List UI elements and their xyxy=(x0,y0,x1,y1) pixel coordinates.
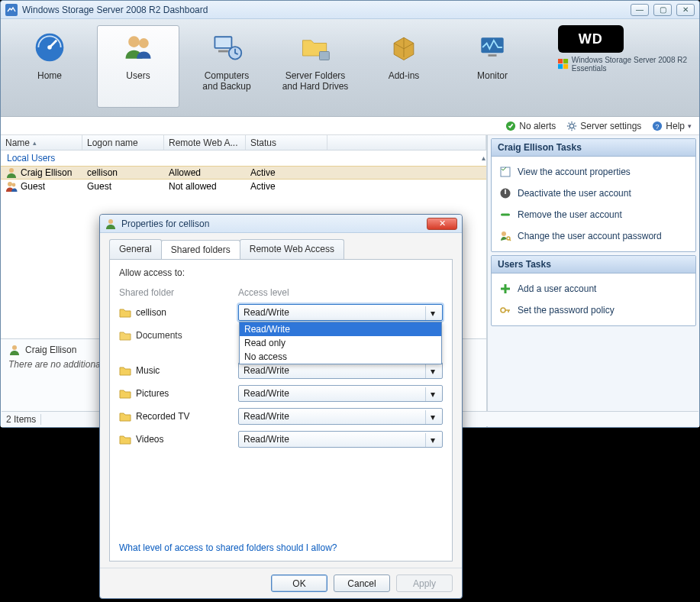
alerts-label: No alerts xyxy=(519,121,556,131)
help-icon: ? xyxy=(652,121,663,131)
combo-value: Read/Write xyxy=(244,388,289,399)
access-combo[interactable]: Read/Write ▾ xyxy=(238,362,443,379)
gear-icon xyxy=(566,121,577,131)
ribbon-users[interactable]: Users xyxy=(97,25,179,108)
users-tasks-panel: Users Tasks Add a user account Set the p… xyxy=(491,255,696,326)
folder-icon xyxy=(119,307,131,318)
access-combo[interactable]: Read/Write ▾ xyxy=(238,385,443,402)
task-add-user[interactable]: Add a user account xyxy=(495,278,692,299)
check-circle-icon xyxy=(505,121,516,131)
combo-value: Read/Write xyxy=(244,411,289,422)
shared-folders-page: Allow access to: Shared folder Access le… xyxy=(109,259,453,562)
dropdown-option[interactable]: Read only xyxy=(240,336,441,350)
access-combo[interactable]: Read/Write ▾ xyxy=(238,408,443,425)
chevron-down-icon: ▾ xyxy=(688,122,692,130)
cell-logon: Guest xyxy=(87,181,111,192)
cell-name: Craig Ellison xyxy=(21,167,72,178)
help-link[interactable]: ? Help ▾ xyxy=(652,121,692,131)
svg-text:?: ? xyxy=(656,122,660,130)
ribbon-computers[interactable]: Computers and Backup xyxy=(185,25,268,108)
dropdown-option[interactable]: No access xyxy=(240,350,441,364)
maximize-button[interactable]: ▢ xyxy=(653,4,672,16)
combo-value: Read/Write xyxy=(244,434,289,445)
folder-name: Documents xyxy=(136,330,182,341)
col-status[interactable]: Status xyxy=(246,135,327,150)
ribbon-label: Users xyxy=(126,70,150,81)
cell-rwa: Allowed xyxy=(169,167,201,178)
ribbon-home[interactable]: Home xyxy=(8,25,91,108)
titlebar: Windows Storage Server 2008 R2 Dashboard… xyxy=(1,1,699,19)
tab-general[interactable]: General xyxy=(109,239,162,259)
svg-point-28 xyxy=(502,231,506,236)
dropdown-option[interactable]: Read/Write xyxy=(240,322,441,336)
task-password-policy[interactable]: Set the password policy xyxy=(495,299,692,321)
svg-rect-31 xyxy=(501,288,510,290)
ribbon-addins[interactable]: Add-ins xyxy=(363,25,445,108)
user-row[interactable]: Craig Ellison cellison Allowed Active xyxy=(1,166,486,180)
svg-rect-12 xyxy=(558,59,563,63)
svg-rect-9 xyxy=(320,52,330,60)
svg-point-32 xyxy=(501,308,505,312)
col-logon[interactable]: Logon name xyxy=(82,135,164,150)
deactivate-icon xyxy=(499,187,511,199)
tab-shared-folders[interactable]: Shared folders xyxy=(161,240,240,260)
cell-status: Active xyxy=(250,167,276,178)
task-label: Add a user account xyxy=(518,283,596,294)
folder-name: Music xyxy=(136,365,160,376)
col-spacer xyxy=(327,135,486,150)
svg-point-23 xyxy=(12,345,17,350)
computer-backup-icon xyxy=(208,29,245,66)
ok-button[interactable]: OK xyxy=(271,574,327,592)
chevron-down-icon: ▾ xyxy=(425,433,439,447)
svg-rect-24 xyxy=(501,167,510,176)
close-button[interactable]: ✕ xyxy=(676,4,695,16)
user-row[interactable]: Guest Guest Not allowed Active xyxy=(1,180,486,193)
group-local-users[interactable]: Local Users xyxy=(1,150,486,166)
help-label: Help xyxy=(666,121,685,131)
svg-point-2 xyxy=(47,45,52,50)
folder-icon xyxy=(119,388,131,399)
wd-logo: WD xyxy=(558,25,624,53)
folder-name: Pictures xyxy=(136,388,169,399)
ribbon-folders[interactable]: Server Folders and Hard Drives xyxy=(274,25,356,108)
window-title: Windows Storage Server 2008 R2 Dashboard xyxy=(22,5,208,15)
chevron-down-icon: ▾ xyxy=(425,410,439,424)
chevron-down-icon: ▾ xyxy=(425,387,439,401)
task-deactivate[interactable]: Deactivate the user account xyxy=(495,183,692,204)
ribbon: Home Users Computers and Backup Server F… xyxy=(1,19,699,117)
svg-point-22 xyxy=(12,183,16,187)
users-tasks-title: Users Tasks xyxy=(492,256,695,273)
task-remove[interactable]: Remove the user account xyxy=(495,204,692,225)
ribbon-monitor[interactable]: Monitor xyxy=(451,25,534,108)
svg-rect-15 xyxy=(563,64,568,69)
task-view-properties[interactable]: View the account properties xyxy=(495,161,692,183)
scroll-up-icon[interactable]: ▴ xyxy=(482,154,485,162)
brand-area: WD Windows Storage Server 2008 R2 Essent… xyxy=(558,25,687,73)
dialog-close-button[interactable]: ✕ xyxy=(427,218,457,230)
folder-icon xyxy=(119,330,131,341)
dialog-buttons: OK Cancel Apply xyxy=(100,568,462,598)
tab-remote-web[interactable]: Remote Web Access xyxy=(240,239,344,259)
server-settings-link[interactable]: Server settings xyxy=(566,121,641,131)
access-combo[interactable]: Read/Write ▾ xyxy=(238,431,443,448)
task-change-password[interactable]: Change the user account password xyxy=(495,225,692,247)
status-strip: No alerts Server settings ? Help ▾ xyxy=(1,117,699,135)
svg-rect-6 xyxy=(215,37,231,47)
minimize-button[interactable]: — xyxy=(631,4,649,16)
col-remote-web[interactable]: Remote Web A... xyxy=(164,135,246,150)
folders-drives-icon xyxy=(297,29,334,66)
app-icon xyxy=(5,4,18,16)
dialog-tabs: General Shared folders Remote Web Access xyxy=(100,233,462,259)
alerts-indicator[interactable]: No alerts xyxy=(505,121,556,131)
access-combo[interactable]: Read/Write ▾ Read/Write Read only No acc… xyxy=(238,304,443,321)
col-name[interactable]: Name xyxy=(1,135,82,150)
task-label: Remove the user account xyxy=(518,209,622,220)
properties-icon xyxy=(499,166,511,178)
task-label: Change the user account password xyxy=(518,231,662,241)
dialog-titlebar: Properties for cellison ✕ xyxy=(100,215,462,233)
folder-icon xyxy=(119,434,131,445)
help-link[interactable]: What level of access to shared folders s… xyxy=(119,542,337,553)
item-count: 2 Items xyxy=(6,414,36,425)
properties-dialog: Properties for cellison ✕ General Shared… xyxy=(99,214,463,599)
cancel-button[interactable]: Cancel xyxy=(334,574,390,592)
